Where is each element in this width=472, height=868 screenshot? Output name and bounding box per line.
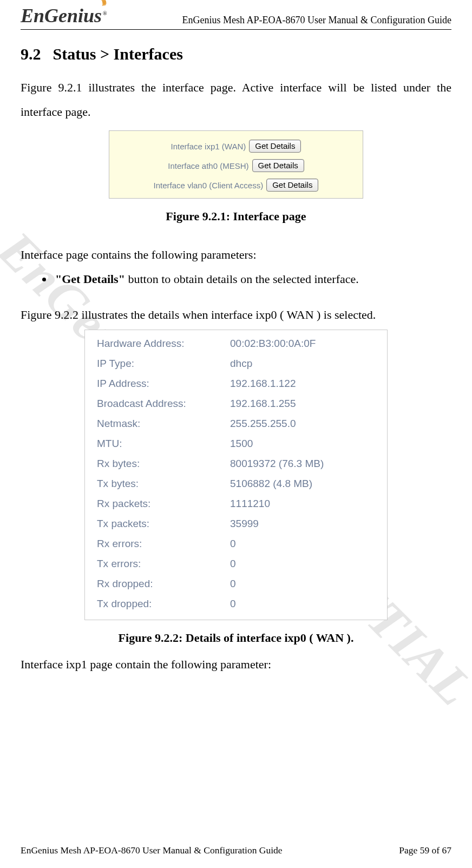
details-value: 1111210: [230, 498, 375, 510]
details-value: dhcp: [230, 358, 375, 370]
footer-left: EnGenius Mesh AP-EOA-8670 User Manual & …: [21, 845, 283, 856]
figure-9-2-1-caption: Figure 9.2.1: Interface page: [21, 209, 451, 223]
details-label: Broadcast Address:: [97, 398, 230, 410]
section-title: Status > Interfaces: [53, 45, 183, 63]
details-row: Tx bytes:5106882 (4.8 MB): [97, 478, 375, 490]
details-label: Netmask:: [97, 418, 230, 430]
details-value: 0: [230, 538, 375, 550]
params-intro: Interface page contains the following pa…: [21, 245, 451, 264]
details-value: 5106882 (4.8 MB): [230, 478, 375, 490]
details-label: MTU:: [97, 438, 230, 450]
interface-row-ath0: Interface ath0 (MESH) Get Details: [117, 159, 355, 172]
footer-right: Page 59 of 67: [399, 845, 451, 856]
details-row: Rx packets:1111210: [97, 498, 375, 510]
details-row: Broadcast Address:192.168.1.255: [97, 398, 375, 410]
details-row: MTU:1500: [97, 438, 375, 450]
details-row: IP Type:dhcp: [97, 358, 375, 370]
logo-text: EnGenius: [21, 5, 102, 27]
details-label: Tx packets:: [97, 518, 230, 530]
details-value: 0: [230, 578, 375, 590]
details-row: Hardware Address:00:02:B3:00:0A:0F: [97, 338, 375, 350]
details-label: Rx packets:: [97, 498, 230, 510]
trademark-icon: ®: [103, 10, 107, 16]
section-number: 9.2: [21, 45, 41, 63]
details-row: Netmask:255.255.255.0: [97, 418, 375, 430]
details-row: Rx errors:0: [97, 538, 375, 550]
details-value: 255.255.255.0: [230, 418, 375, 430]
details-value: 0: [230, 558, 375, 570]
details-label: Rx dropped:: [97, 578, 230, 590]
details-row: IP Address:192.168.1.122: [97, 378, 375, 390]
get-details-button[interactable]: Get Details: [266, 179, 318, 192]
figure-9-2-1: Interface ixp1 (WAN) Get Details Interfa…: [109, 130, 363, 199]
paragraph-intro-1: Figure 9.2.1 illustrates the interface p…: [21, 75, 451, 124]
details-label: Tx bytes:: [97, 478, 230, 490]
params-bullet-rest: button to obtain details on the selected…: [125, 272, 359, 286]
details-label: Rx bytes:: [97, 458, 230, 470]
details-value: 1500: [230, 438, 375, 450]
details-row: Rx dropped:0: [97, 578, 375, 590]
figure-9-2-2: Hardware Address:00:02:B3:00:0A:0F IP Ty…: [84, 330, 388, 620]
details-row: Tx dropped:0: [97, 598, 375, 610]
header-title: EnGenius Mesh AP-EOA-8670 User Manual & …: [182, 15, 451, 27]
details-label: IP Type:: [97, 358, 230, 370]
paragraph-intro-2: Figure 9.2.2 illustrates the details whe…: [21, 305, 451, 324]
section-heading: 9.2Status > Interfaces: [21, 45, 451, 63]
details-label: Tx errors:: [97, 558, 230, 570]
paragraph-intro-3: Interface ixp1 page contain the followin…: [21, 655, 451, 674]
params-bullet-bold: "Get Details": [55, 272, 125, 286]
details-label: IP Address:: [97, 378, 230, 390]
details-row: Tx packets:35999: [97, 518, 375, 530]
figure-9-2-2-caption: Figure 9.2.2: Details of interface ixp0 …: [21, 631, 451, 645]
details-value: 00:02:B3:00:0A:0F: [230, 338, 375, 350]
details-row: Rx bytes:80019372 (76.3 MB): [97, 458, 375, 470]
params-list: "Get Details" button to obtain details o…: [21, 269, 451, 288]
interface-label: Interface ath0 (MESH): [168, 161, 248, 170]
logo: )))) EnGenius®: [21, 4, 110, 27]
details-label: Tx dropped:: [97, 598, 230, 610]
interface-label: Interface vlan0 (Client Access): [154, 181, 264, 190]
details-value: 192.168.1.122: [230, 378, 375, 390]
get-details-button[interactable]: Get Details: [252, 159, 304, 172]
details-label: Rx errors:: [97, 538, 230, 550]
interface-row-ixp1: Interface ixp1 (WAN) Get Details: [117, 140, 355, 153]
details-value: 0: [230, 598, 375, 610]
interface-row-vlan0: Interface vlan0 (Client Access) Get Deta…: [117, 179, 355, 192]
page-header: )))) EnGenius® EnGenius Mesh AP-EOA-8670…: [21, 4, 451, 30]
get-details-button[interactable]: Get Details: [249, 140, 301, 153]
details-value: 35999: [230, 518, 375, 530]
params-list-item: "Get Details" button to obtain details o…: [53, 269, 451, 288]
details-value: 192.168.1.255: [230, 398, 375, 410]
details-row: Tx errors:0: [97, 558, 375, 570]
details-label: Hardware Address:: [97, 338, 230, 350]
details-value: 80019372 (76.3 MB): [230, 458, 375, 470]
interface-label: Interface ixp1 (WAN): [171, 142, 246, 151]
page-footer: EnGenius Mesh AP-EOA-8670 User Manual & …: [21, 845, 451, 856]
